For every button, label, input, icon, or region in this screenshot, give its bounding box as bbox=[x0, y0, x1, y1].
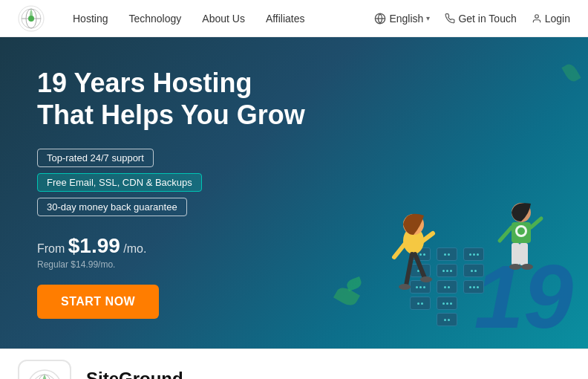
hero-content: 19 Years Hosting That Helps You Grow Top… bbox=[37, 67, 349, 319]
chevron-down-icon: ▾ bbox=[426, 14, 430, 22]
nav-technology[interactable]: Technology bbox=[128, 13, 181, 25]
nav-affiliates[interactable]: Affiliates bbox=[266, 13, 305, 25]
translate-icon bbox=[374, 13, 386, 25]
footer-bar: SiteGround One Of The Best WordPress Hos… bbox=[0, 349, 588, 379]
svg-point-21 bbox=[521, 264, 533, 270]
svg-point-7 bbox=[535, 14, 538, 18]
badge-money-back: 30-day money back guarantee bbox=[37, 198, 187, 216]
site-logo[interactable] bbox=[18, 5, 49, 32]
navbar: Hosting Technology About Us Affiliates E… bbox=[0, 0, 588, 37]
footer-logo bbox=[18, 360, 71, 379]
svg-rect-18 bbox=[512, 243, 520, 265]
hero-section: 19 Years Hosting That Helps You Grow Top… bbox=[0, 37, 588, 349]
person1-illustration bbox=[384, 204, 443, 323]
user-icon bbox=[532, 13, 542, 24]
phone-icon bbox=[445, 13, 455, 24]
pricing-section: From $1.99 /mo. Regular $14.99/mo. bbox=[37, 234, 349, 270]
server-unit bbox=[463, 247, 484, 261]
get-in-touch-label: Get in Touch bbox=[458, 13, 516, 25]
svg-point-20 bbox=[509, 264, 521, 270]
badge-support: Top-rated 24/7 support bbox=[37, 149, 154, 167]
svg-point-25 bbox=[517, 227, 525, 235]
nav-links: Hosting Technology About Us Affiliates bbox=[73, 12, 374, 25]
person2-illustration bbox=[495, 196, 547, 308]
price-per-label: /mo. bbox=[123, 242, 146, 255]
hero-illustration: 19 bbox=[321, 37, 588, 349]
logo-icon bbox=[18, 5, 45, 32]
badge-free-email: Free Email, SSL, CDN & Backups bbox=[37, 173, 202, 192]
start-now-button[interactable]: START NOW bbox=[37, 285, 159, 319]
feature-badges: Top-rated 24/7 support Free Email, SSL, … bbox=[37, 149, 349, 216]
svg-line-10 bbox=[406, 254, 412, 285]
footer-logo-icon bbox=[27, 369, 62, 379]
svg-line-14 bbox=[394, 242, 406, 257]
login-link[interactable]: Login bbox=[532, 13, 570, 25]
language-selector[interactable]: English ▾ bbox=[374, 13, 430, 25]
svg-point-13 bbox=[420, 276, 432, 282]
get-in-touch-link[interactable]: Get in Touch bbox=[445, 13, 516, 25]
login-label: Login bbox=[545, 13, 570, 25]
nav-about-us[interactable]: About Us bbox=[202, 13, 245, 25]
leaf-decoration-3 bbox=[561, 62, 581, 84]
svg-line-22 bbox=[500, 227, 512, 241]
svg-point-12 bbox=[399, 284, 411, 290]
footer-site-title: SiteGround bbox=[86, 369, 489, 379]
regular-price: Regular $14.99/mo. bbox=[37, 259, 349, 270]
server-unit bbox=[463, 264, 484, 277]
svg-rect-19 bbox=[520, 243, 528, 265]
svg-line-11 bbox=[415, 254, 425, 278]
nav-right-section: English ▾ Get in Touch Login bbox=[374, 13, 570, 25]
server-unit bbox=[463, 280, 484, 294]
price-from-label: From bbox=[37, 242, 65, 255]
footer-info: SiteGround One Of The Best WordPress Hos… bbox=[86, 369, 489, 379]
price-amount: $1.99 bbox=[68, 234, 120, 257]
server-col-3 bbox=[463, 247, 484, 326]
svg-line-23 bbox=[531, 218, 541, 227]
nav-hosting[interactable]: Hosting bbox=[73, 13, 108, 25]
language-label: English bbox=[389, 13, 423, 25]
hero-headline: 19 Years Hosting That Helps You Grow bbox=[37, 67, 349, 131]
